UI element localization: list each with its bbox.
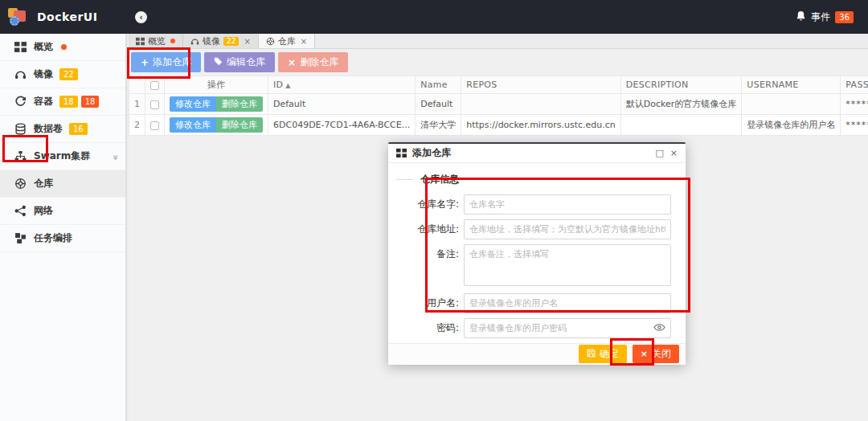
cell-description (620, 115, 742, 136)
field-label-password: 密码: (396, 318, 464, 338)
sidebar: 概览 镜像 22 容器 18 18 数据卷 16 Swarm集群 » 仓库 网络… (0, 34, 127, 421)
add-registry-modal: 添加仓库 □ × 仓库信息 仓库名字: 仓库地址: 备注: 用户名: 密码: (388, 142, 686, 365)
headset-icon (190, 37, 199, 46)
cell-password: ********** (841, 115, 868, 136)
sidebar-item-swarm[interactable]: Swarm集群 » (0, 143, 125, 170)
close-icon[interactable]: × (244, 37, 250, 46)
count-badge: 22 (223, 37, 239, 46)
sidebar-item-volumes[interactable]: 数据卷 16 (0, 116, 125, 143)
modal-body: 仓库信息 仓库名字: 仓库地址: 备注: 用户名: 密码: (388, 163, 686, 343)
sidebar-collapse-icon[interactable]: ‹ (135, 11, 147, 23)
top-header: DockerUI ‹ 事件 36 (0, 0, 868, 34)
sitemap-icon (14, 150, 27, 162)
col-header-repos: REPOS (461, 76, 621, 94)
app-title: DockerUI (37, 10, 97, 23)
delete-registry-button[interactable]: × 删除仓库 (278, 52, 348, 72)
tab-images[interactable]: 镜像 22 × (183, 34, 259, 48)
field-label-address: 仓库地址: (396, 219, 464, 239)
registry-name-input[interactable] (464, 194, 671, 215)
remove-registry-button[interactable]: 删除仓库 (216, 96, 263, 112)
close-button[interactable]: × 关闭 (633, 345, 679, 363)
cell-id: 6DC049DE-7CD1-4A6A-BCCE... (268, 115, 416, 136)
edit-registry-button[interactable]: 编辑仓库 (204, 52, 275, 72)
modal-header: 添加仓库 □ × (388, 144, 686, 163)
modal-title: 添加仓库 (412, 146, 451, 160)
cell-repos: https://docker.mirrors.ustc.edu.cn (461, 115, 621, 136)
modify-registry-button[interactable]: 修改仓库 (170, 96, 216, 112)
fieldset-legend: 仓库信息 (396, 173, 678, 186)
close-icon[interactable]: × (301, 37, 307, 46)
modal-footer: 确定 × 关闭 (388, 343, 686, 365)
sidebar-item-overview[interactable]: 概览 (0, 34, 125, 61)
count-badge: 16 (69, 123, 88, 135)
brand: DockerUI (0, 6, 129, 27)
col-header-username: USERNAME (742, 76, 841, 94)
eye-icon[interactable] (653, 323, 665, 332)
grid-icon (136, 37, 145, 46)
registry-address-input[interactable] (464, 219, 671, 239)
database-icon (14, 123, 27, 135)
layout-squares-icon (14, 232, 27, 244)
registry-wheel-icon (14, 178, 27, 190)
modify-registry-button[interactable]: 修改仓库 (170, 117, 216, 133)
row-checkbox[interactable] (150, 100, 159, 109)
count-badge: 18 (81, 96, 100, 108)
close-icon[interactable]: × (670, 149, 678, 157)
field-label-username: 用户名: (396, 293, 464, 313)
registry-password-input[interactable] (464, 318, 671, 338)
plus-icon: + (141, 58, 149, 67)
alert-dot (170, 39, 175, 43)
bell-icon (796, 10, 806, 23)
table-row: 1 修改仓库 删除仓库 Default Default 默认Docker的官方镜… (129, 94, 868, 115)
tab-overview[interactable]: 概览 (129, 34, 183, 48)
confirm-button[interactable]: 确定 (579, 345, 627, 363)
field-label-remark: 备注: (396, 244, 464, 288)
grid-icon (14, 41, 27, 53)
chevron-down-icon: » (109, 154, 121, 158)
tab-registry[interactable]: 仓库 × (259, 34, 315, 48)
registry-table: 操作 ID▲ Name REPOS DESCRIPTION USERNAME P… (129, 76, 868, 136)
cell-password: ********** (841, 94, 868, 115)
count-badge: 18 (59, 96, 78, 108)
cell-id: Default (268, 94, 416, 115)
registry-username-input[interactable] (464, 293, 671, 313)
events-nav[interactable]: 事件 36 (796, 10, 868, 24)
cell-name: 清华大学 (416, 115, 461, 136)
cell-name: Default (416, 94, 461, 115)
refresh-circle-icon (14, 96, 27, 108)
events-label: 事件 (811, 10, 830, 24)
cell-username (742, 94, 841, 115)
row-checkbox[interactable] (150, 121, 159, 130)
registry-wheel-icon (266, 37, 275, 46)
save-icon (587, 349, 596, 360)
col-header-id[interactable]: ID▲ (268, 76, 416, 94)
add-registry-button[interactable]: + 添加仓库 (131, 52, 201, 72)
grid-icon (396, 148, 407, 158)
sidebar-item-registry[interactable]: 仓库 (0, 170, 125, 198)
alert-dot (61, 44, 67, 50)
cell-repos (461, 94, 621, 115)
remove-registry-button[interactable]: 删除仓库 (216, 117, 263, 133)
col-header-password: PASSWORD (841, 76, 868, 94)
select-all-checkbox[interactable] (150, 81, 159, 90)
col-header-description: DESCRIPTION (620, 76, 742, 94)
events-count-badge: 36 (835, 11, 854, 23)
tab-strip: 概览 镜像 22 × 仓库 × (129, 34, 868, 49)
network-share-icon (14, 205, 27, 217)
registry-remark-textarea[interactable] (464, 244, 671, 286)
cell-description: 默认Docker的官方镜像仓库 (620, 94, 742, 115)
maximize-icon[interactable]: □ (655, 149, 663, 157)
sort-asc-icon: ▲ (285, 82, 290, 89)
cell-username: 登录镜像仓库的用户名 (742, 115, 841, 136)
col-header-op: 操作 (165, 76, 268, 94)
count-badge: 22 (59, 68, 78, 80)
sidebar-item-tasks[interactable]: 任务编排 (0, 225, 125, 252)
tag-icon (214, 57, 223, 68)
sidebar-item-images[interactable]: 镜像 22 (0, 61, 125, 88)
sidebar-item-network[interactable]: 网络 (0, 198, 125, 225)
col-header-name: Name (416, 76, 461, 94)
dockerui-logo-icon (8, 6, 29, 27)
headset-icon (14, 68, 27, 80)
sidebar-item-containers[interactable]: 容器 18 18 (0, 88, 125, 116)
field-label-name: 仓库名字: (396, 194, 464, 215)
